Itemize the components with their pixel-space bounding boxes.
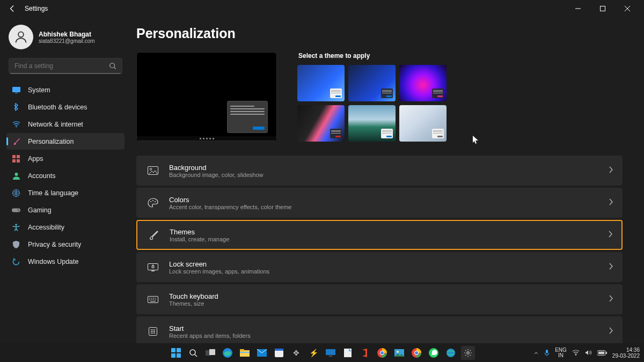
- svg-rect-68: [606, 352, 607, 354]
- theme-sunrise[interactable]: [399, 105, 447, 142]
- taskbar-taskview[interactable]: [203, 346, 217, 360]
- globe-icon: [12, 189, 20, 197]
- tray-volume-icon[interactable]: [585, 350, 592, 356]
- taskbar-mail[interactable]: [255, 346, 269, 360]
- setting-touchkb[interactable]: Touch keyboardThemes, size: [136, 284, 623, 314]
- setting-colors[interactable]: ColorsAccent color, transparency effects…: [136, 188, 623, 218]
- taskbar-chrome-2[interactable]: [409, 346, 423, 360]
- sidebar-item-label: Apps: [28, 155, 43, 162]
- chevron-right-icon: [609, 327, 613, 336]
- taskbar-chrome[interactable]: [375, 346, 389, 360]
- svg-point-15: [15, 224, 17, 225]
- taskbar-bolt[interactable]: ⚡: [306, 346, 320, 360]
- maximize-button[interactable]: [590, 1, 615, 17]
- tray-mic-icon[interactable]: [544, 350, 550, 356]
- setting-subtitle: Accent color, transparency effects, colo…: [169, 204, 609, 210]
- taskbar-edge[interactable]: [221, 346, 235, 360]
- sidebar-item-priv[interactable]: Privacy & security: [6, 236, 125, 253]
- theme-win-dark[interactable]: [348, 65, 396, 101]
- setting-themes[interactable]: ThemesInstall, create, manage: [136, 220, 623, 250]
- theme-glow[interactable]: [399, 65, 447, 101]
- taskbar-dropbox[interactable]: ✥: [289, 346, 303, 360]
- setting-background[interactable]: BackgroundBackground image, color, slide…: [136, 156, 623, 186]
- sidebar-item-label: System: [28, 86, 50, 94]
- svg-rect-67: [598, 351, 604, 354]
- sidebar-item-net[interactable]: Network & internet: [6, 116, 125, 132]
- chevron-right-icon: [608, 230, 613, 240]
- taskbar-start[interactable]: [169, 346, 183, 360]
- svg-point-62: [447, 349, 455, 357]
- svg-point-10: [14, 173, 18, 176]
- start-icon: [145, 327, 160, 336]
- tray-chevron-icon[interactable]: [533, 350, 539, 356]
- monitor-icon: [12, 86, 20, 94]
- taskbar-monitor[interactable]: [324, 346, 338, 360]
- gamepad-icon: [12, 206, 20, 215]
- themes-icon: [146, 230, 161, 240]
- svg-point-26: [151, 329, 152, 330]
- taskbar-settings[interactable]: [461, 346, 475, 360]
- taskbar-whatsapp[interactable]: [427, 346, 441, 360]
- taskbar-note[interactable]: [341, 346, 355, 360]
- user-account[interactable]: Abhishek Bhagat siata83221@gmail.com: [6, 21, 125, 55]
- theme-cap-motion[interactable]: [348, 105, 396, 142]
- setting-title: Lock screen: [169, 260, 609, 268]
- svg-rect-21: [148, 263, 158, 270]
- setting-start[interactable]: StartRecent apps and items, folders: [136, 316, 623, 343]
- sidebar-item-apps[interactable]: Apps: [6, 150, 125, 167]
- search-input[interactable]: [14, 62, 109, 70]
- minimize-button[interactable]: [566, 1, 590, 17]
- svg-rect-51: [329, 356, 332, 357]
- tray-clock[interactable]: 14:3629-03-2022: [612, 347, 640, 359]
- sidebar-item-label: Time & language: [28, 189, 78, 197]
- touchkb-icon: [145, 296, 160, 303]
- brush-icon: [12, 137, 20, 146]
- taskbar-globe[interactable]: [444, 346, 458, 360]
- svg-point-31: [154, 331, 155, 332]
- svg-rect-3: [12, 87, 20, 92]
- svg-point-55: [380, 351, 384, 354]
- search-box[interactable]: [9, 58, 122, 74]
- back-button[interactable]: [4, 1, 20, 17]
- tray-wifi-icon[interactable]: [572, 350, 580, 356]
- sidebar-item-upd[interactable]: Windows Update: [6, 253, 125, 270]
- sidebar-item-game[interactable]: Gaming: [6, 202, 125, 218]
- theme-flow-red[interactable]: [297, 105, 345, 142]
- taskbar-office[interactable]: [358, 346, 372, 360]
- sidebar-item-pers[interactable]: Personalization: [6, 133, 125, 150]
- taskbar-explorer[interactable]: [238, 346, 252, 360]
- sidebar-item-system[interactable]: System: [6, 82, 125, 98]
- chevron-right-icon: [609, 198, 613, 208]
- lockscreen-icon: [145, 263, 160, 271]
- setting-title: Themes: [170, 228, 608, 236]
- svg-rect-45: [240, 349, 244, 351]
- svg-point-14: [18, 210, 19, 211]
- theme-win-light[interactable]: [297, 65, 345, 101]
- sidebar-item-acct[interactable]: Accounts: [6, 167, 125, 184]
- sidebar-item-a11y[interactable]: Accessibility: [6, 219, 125, 235]
- taskbar-calendar[interactable]: [272, 346, 286, 360]
- sidebar-item-bt[interactable]: Bluetooth & devices: [6, 99, 125, 115]
- svg-rect-37: [177, 348, 181, 352]
- svg-point-13: [18, 209, 19, 210]
- setting-subtitle: Recent apps and items, folders: [169, 333, 609, 339]
- svg-point-19: [152, 200, 153, 201]
- svg-point-5: [16, 126, 17, 127]
- tray-battery-icon[interactable]: [597, 350, 607, 356]
- taskbar-photo[interactable]: [392, 346, 406, 360]
- svg-point-20: [155, 201, 156, 202]
- svg-point-34: [154, 333, 155, 334]
- setting-subtitle: Background image, color, slideshow: [169, 172, 609, 178]
- setting-lockscreen[interactable]: Lock screenLock screen images, apps, ani…: [136, 252, 623, 282]
- sidebar-item-time[interactable]: Time & language: [6, 184, 125, 201]
- user-name: Abhishek Bhagat: [39, 31, 95, 38]
- close-button[interactable]: [615, 1, 640, 17]
- tray-language[interactable]: ENGIN: [555, 348, 567, 358]
- setting-title: Start: [169, 324, 609, 333]
- sidebar-item-label: Accessibility: [28, 224, 64, 231]
- taskbar-search[interactable]: [186, 346, 200, 360]
- setting-subtitle: Install, create, manage: [170, 236, 608, 242]
- svg-rect-49: [275, 349, 283, 351]
- svg-rect-42: [209, 349, 215, 355]
- avatar: [9, 25, 33, 49]
